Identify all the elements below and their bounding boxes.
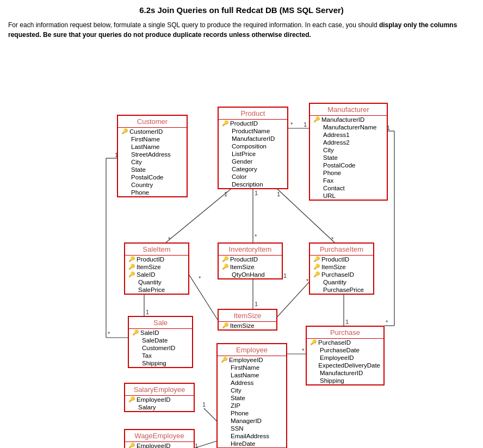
table-product: Product🔑ProductIDProductNameManufacturer…	[218, 107, 288, 189]
field-country: Country	[118, 181, 187, 189]
diagram-area: * 1 1 * 1 * 1 * 1 1 * 1 * 1 * 1 *	[8, 49, 476, 441]
key-icon: 🔑	[128, 264, 135, 270]
key-icon: 🔑	[128, 443, 135, 448]
key-icon: 🔑	[221, 357, 227, 363]
table-sale: Sale🔑SaleIDSaleDateCustomerIDTaxShipping	[128, 316, 193, 368]
field-purchaseprice: PurchasePrice	[310, 286, 373, 294]
field-employeeid: EmployeeID	[307, 354, 383, 362]
table-customer: Customer🔑CustomerIDFirstNameLastNameStre…	[117, 115, 188, 197]
field-itemsize: 🔑ItemSize	[310, 263, 373, 271]
field-tax: Tax	[129, 352, 192, 359]
field-address1: Address1	[310, 131, 387, 139]
field-shipping: Shipping	[307, 377, 383, 384]
field-productid: 🔑ProductID	[125, 256, 188, 263]
svg-text:*: *	[302, 347, 305, 354]
field-state: State	[118, 166, 187, 173]
field-itemsize: 🔑ItemSize	[219, 322, 276, 329]
table-title-salaryemployee: SalaryEmployee	[125, 384, 194, 396]
table-title-inventoryitem: InventoryItem	[219, 244, 282, 256]
field-purchaseid: 🔑PurchaseID	[310, 271, 373, 278]
field-firstname: FirstName	[118, 135, 187, 143]
field-employeeid: 🔑EmployeeID	[218, 356, 286, 364]
key-icon: 🔑	[313, 116, 320, 123]
field-ssn: SSN	[218, 425, 286, 432]
field-description: Description	[219, 181, 287, 188]
svg-text:1: 1	[195, 443, 198, 448]
key-icon: 🔑	[313, 256, 320, 263]
svg-text:1: 1	[224, 191, 227, 197]
svg-text:*: *	[199, 275, 201, 282]
svg-text:*: *	[386, 319, 388, 326]
field-expecteddeliverydate: ExpectedDeliveryDate	[307, 362, 383, 369]
svg-text:1: 1	[345, 319, 349, 325]
field-fax: Fax	[310, 177, 387, 184]
field-manufacturerid: ManufacturerID	[307, 369, 383, 377]
field-salary: Salary	[125, 403, 194, 411]
svg-text:1: 1	[283, 272, 287, 279]
field-qtyonhand: QtyOnHand	[219, 271, 282, 278]
key-icon: 🔑	[310, 339, 317, 346]
svg-text:*: *	[108, 331, 110, 337]
field-hiredate: HireDate	[218, 440, 286, 447]
field-productname: ProductName	[219, 127, 287, 135]
table-title-saleitem: SaleItem	[125, 244, 188, 256]
field-listprice: ListPrice	[219, 150, 287, 158]
svg-text:*: *	[290, 121, 293, 128]
field-firstname: FirstName	[218, 364, 286, 371]
field-productid: 🔑ProductID	[219, 120, 287, 127]
field-itemsize: 🔑ItemSize	[125, 263, 188, 271]
table-title-purchase: Purchase	[307, 327, 383, 339]
key-icon: 🔑	[222, 256, 228, 263]
field-itemsize: 🔑ItemSize	[219, 263, 282, 271]
field-color: Color	[219, 173, 287, 181]
key-icon: 🔑	[222, 264, 228, 270]
table-title-sale: Sale	[129, 317, 192, 329]
field-city: City	[218, 387, 286, 394]
field-shipping: Shipping	[129, 359, 192, 367]
field-phone: Phone	[218, 409, 286, 417]
svg-text:*: *	[168, 236, 171, 242]
table-purchaseitem: PurchaseItem🔑ProductID🔑ItemSize🔑Purchase…	[309, 242, 374, 295]
key-icon: 🔑	[121, 128, 128, 135]
field-saledate: SaleDate	[129, 337, 192, 344]
key-icon: 🔑	[313, 271, 320, 278]
field-streetaddress: StreetAddress	[118, 151, 187, 158]
table-employee: Employee🔑EmployeeIDFirstNameLastNameAddr…	[216, 343, 287, 448]
field-lastname: LastName	[218, 371, 286, 379]
svg-text:*: *	[331, 236, 334, 242]
field-phone: Phone	[310, 169, 387, 177]
field-quantity: Quantity	[310, 278, 373, 286]
svg-text:1: 1	[304, 121, 307, 128]
table-salaryemployee: SalaryEmployee🔑EmployeeIDSalary	[124, 383, 195, 412]
table-itemsize: ItemSize🔑ItemSize	[218, 309, 277, 331]
table-title-manufacturer: Manufacturer	[310, 104, 387, 116]
svg-text:1: 1	[255, 190, 258, 196]
field-saleprice: SalePrice	[125, 286, 188, 294]
field-employeeid: 🔑EmployeeID	[125, 442, 194, 448]
field-quantity: Quantity	[125, 278, 188, 286]
table-manufacturer: Manufacturer🔑ManufacturerIDManufacturerN…	[309, 103, 388, 201]
field-manufacturerid: ManufacturerID	[219, 135, 287, 142]
table-title-employee: Employee	[218, 344, 286, 356]
field-productid: 🔑ProductID	[310, 256, 373, 263]
key-icon: 🔑	[128, 396, 135, 403]
field-gender: Gender	[219, 158, 287, 165]
svg-text:1: 1	[146, 309, 149, 315]
key-icon: 🔑	[128, 256, 135, 263]
field-city: City	[310, 146, 387, 154]
svg-line-15	[189, 275, 218, 320]
field-manufacturername: ManufacturerName	[310, 123, 387, 131]
field-customerid: 🔑CustomerID	[118, 128, 187, 135]
field-emailaddress: EmailAddress	[218, 432, 286, 440]
field-lastname: LastName	[118, 143, 187, 151]
field-postalcode: PostalCode	[118, 173, 187, 181]
field-state: State	[310, 154, 387, 161]
field-url: URL	[310, 192, 387, 200]
field-employeeid: 🔑EmployeeID	[125, 396, 194, 403]
field-managerid: ManagerID	[218, 417, 286, 425]
field-address: Address	[218, 379, 286, 387]
field-contact: Contact	[310, 184, 387, 192]
field-productid: 🔑ProductID	[219, 256, 282, 263]
field-postalcode: PostalCode	[310, 161, 387, 169]
table-title-product: Product	[219, 108, 287, 120]
